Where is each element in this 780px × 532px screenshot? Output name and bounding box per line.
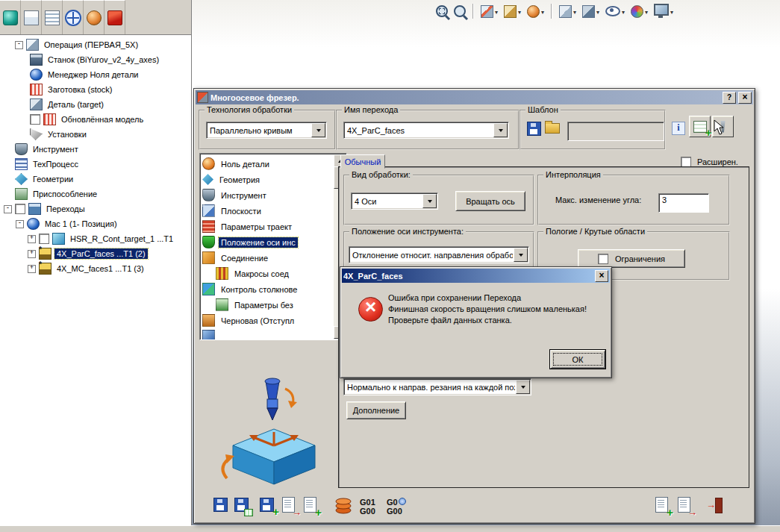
list-item[interactable]: Ноль детали: [202, 156, 332, 172]
view-settings-icon[interactable]: [502, 4, 522, 19]
list-item[interactable]: Плоскости: [202, 203, 332, 219]
template-group: Шаблон: [520, 110, 666, 150]
tree-item[interactable]: Заготовка (stock): [0, 82, 190, 97]
collapse-icon[interactable]: [16, 220, 24, 228]
dropdown-button[interactable]: [514, 248, 528, 262]
tree-item[interactable]: Операция (ПЕРВАЯ_5X): [0, 37, 190, 52]
close-button[interactable]: [595, 270, 608, 282]
tree-item[interactable]: Менеджер Ноля детали: [0, 67, 190, 82]
dropdown-caret-icon[interactable]: [573, 7, 576, 16]
add-operation-button[interactable]: [304, 497, 316, 513]
list-item[interactable]: Геометрия: [202, 172, 332, 187]
dropdown-caret-icon[interactable]: [596, 7, 599, 16]
zoom-window-icon[interactable]: [434, 4, 449, 19]
tree-item[interactable]: Установки: [0, 127, 190, 142]
solidcam-tab[interactable]: [104, 0, 125, 34]
list-item[interactable]: Контроль столкнове: [202, 281, 332, 297]
error-dialog: 4X_ParC_faces Ошибка при сохранении Пере…: [340, 266, 612, 378]
dropdown-caret-icon[interactable]: [541, 7, 544, 16]
add-template-button[interactable]: [655, 497, 668, 513]
tree-item[interactable]: Обновлённая модель: [0, 112, 190, 127]
dropdown-caret-icon[interactable]: [495, 7, 498, 16]
dropdown-button[interactable]: [422, 194, 437, 208]
save-add-button[interactable]: [260, 498, 274, 512]
checkbox[interactable]: [30, 114, 40, 125]
exit-button[interactable]: [706, 498, 723, 512]
zoom-fit-icon[interactable]: [452, 4, 467, 19]
view-orientation-icon[interactable]: [558, 4, 578, 19]
normal-direction-combobox[interactable]: Нормально к направ. резания на каждой по…: [343, 378, 531, 395]
feature-manager-tab[interactable]: [21, 0, 42, 34]
tree-item[interactable]: Геометрии: [0, 172, 190, 187]
list-item[interactable]: Инструмент: [202, 187, 332, 203]
list-item[interactable]: Соединение: [202, 250, 332, 266]
list-item-selected[interactable]: Положение оси инс: [202, 234, 332, 250]
appearance-sphere-icon[interactable]: [525, 4, 546, 19]
axes-combobox[interactable]: 4 Оси: [351, 193, 438, 210]
ok-button[interactable]: ОК: [550, 350, 605, 369]
export-operation-button[interactable]: [282, 497, 295, 513]
collapse-icon[interactable]: [15, 41, 23, 49]
list-item[interactable]: Параметры без: [202, 297, 332, 313]
tree-item[interactable]: Приспособление: [0, 187, 190, 201]
tree-item[interactable]: Станок (BiYurov_v2_4y_axes): [0, 52, 190, 67]
advanced-checkbox[interactable]: Расширен.: [681, 157, 738, 167]
expand-icon[interactable]: [28, 235, 36, 243]
appearances-icon[interactable]: [629, 4, 649, 19]
dropdown-button[interactable]: [493, 123, 508, 137]
tool-table-button[interactable]: [689, 116, 711, 137]
close-button[interactable]: [738, 92, 752, 104]
tree-item[interactable]: Mac 1 (1- Позиция): [0, 216, 190, 231]
dropdown-caret-icon[interactable]: [645, 7, 648, 16]
expand-icon[interactable]: [28, 250, 36, 258]
dropdown-button[interactable]: [516, 380, 530, 394]
tree-item[interactable]: 4X_MC_faces1 ...T1 (3): [0, 261, 190, 276]
property-manager-tab[interactable]: [42, 0, 63, 34]
help-button[interactable]: [723, 92, 736, 104]
save-table-button[interactable]: [234, 498, 249, 512]
list-item[interactable]: Макросы соед: [202, 266, 332, 281]
tab-normal[interactable]: Обычный: [340, 154, 385, 169]
list-item-clipped[interactable]: [202, 328, 332, 340]
info-button[interactable]: [672, 122, 685, 135]
appearances-manager-tab[interactable]: [84, 0, 104, 34]
display-style-icon[interactable]: [581, 4, 601, 19]
tool-axis-combobox[interactable]: Отклонение относит. направления обработк: [349, 246, 529, 263]
tree-item[interactable]: Переходы: [0, 201, 190, 216]
operation-name-combobox[interactable]: 4X_ParC_faces: [343, 122, 509, 139]
tree-item[interactable]: HSR_R_Cont_target_1 ...T1: [0, 231, 190, 246]
collapse-icon[interactable]: [4, 205, 12, 213]
open-template-button[interactable]: [545, 120, 560, 134]
section-view-icon[interactable]: [479, 4, 499, 19]
dropdown-button[interactable]: [311, 123, 325, 137]
addition-button[interactable]: Дополнение: [346, 401, 406, 419]
hide-show-icon[interactable]: [604, 4, 626, 18]
tool-table-icon[interactable]: [334, 498, 352, 514]
configuration-manager-tab[interactable]: [63, 0, 84, 34]
gcode-g0-indicator[interactable]: G0 G00: [387, 498, 406, 516]
save-button[interactable]: [213, 498, 228, 512]
dropdown-caret-icon[interactable]: [670, 7, 673, 16]
max-angle-field[interactable]: 3: [658, 193, 709, 213]
limits-button[interactable]: Ограничения: [578, 249, 685, 268]
list-item[interactable]: Параметры траект: [202, 219, 332, 234]
error-titlebar[interactable]: 4X_ParC_faces: [342, 269, 610, 283]
technology-combobox[interactable]: Параллельно кривым: [206, 122, 327, 139]
dialog-titlebar[interactable]: Многоосевое фрезер.: [196, 90, 753, 104]
tree-item[interactable]: Деталь (target): [0, 97, 190, 112]
rotate-axis-button[interactable]: Вращать ось: [455, 191, 525, 211]
scene-icon[interactable]: [652, 2, 675, 20]
export-template-button[interactable]: [678, 497, 690, 513]
tree-item[interactable]: Инструмент: [0, 142, 190, 157]
dropdown-caret-icon[interactable]: [518, 7, 521, 16]
expand-icon[interactable]: [28, 265, 36, 273]
save-template-button[interactable]: [527, 122, 541, 136]
tree-item-selected[interactable]: 4X_ParC_faces ...T1 (2): [0, 246, 190, 261]
checkbox[interactable]: [15, 204, 25, 214]
checkbox[interactable]: [39, 234, 49, 244]
solidcam-manager-tab[interactable]: [0, 0, 21, 34]
tree-item[interactable]: ТехПроцесс: [0, 157, 190, 172]
gcode-g01-indicator[interactable]: G01 G00: [360, 498, 375, 516]
list-item[interactable]: Черновая (Отступл: [202, 313, 332, 328]
dropdown-caret-icon[interactable]: [622, 7, 625, 16]
